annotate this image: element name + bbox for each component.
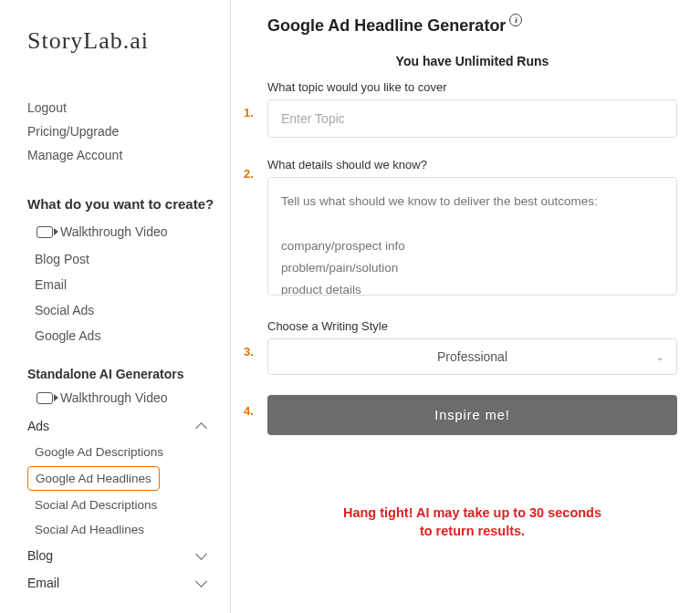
nav-manage-account[interactable]: Manage Account [27, 143, 230, 167]
ads-social-descriptions[interactable]: Social Ad Descriptions [27, 493, 230, 517]
style-select[interactable]: Professional ⌄ [267, 338, 677, 375]
chevron-down-icon [196, 577, 207, 588]
walkthrough-create[interactable]: Walkthrough Video [27, 221, 230, 246]
create-google-ads[interactable]: Google Ads [27, 323, 230, 348]
page-title: Google Ad Headline Generator i [267, 16, 677, 36]
ads-social-headlines[interactable]: Social Ad Headlines [27, 517, 230, 542]
accordion-label: Email [27, 576, 59, 590]
accordion-ads[interactable]: Ads [27, 412, 230, 440]
topic-label: What topic would you like to cover [267, 80, 677, 94]
style-label: Choose a Writing Style [267, 319, 677, 333]
video-icon [37, 392, 53, 404]
step-3: 3. [244, 345, 254, 358]
nav-logout[interactable]: Logout [27, 96, 230, 119]
ads-google-descriptions[interactable]: Google Ad Descriptions [27, 440, 230, 464]
wait-message: Hang tight! AI may take up to 30 seconds… [267, 504, 677, 541]
logo: StoryLab.ai [27, 27, 230, 55]
create-social-ads[interactable]: Social Ads [27, 297, 230, 323]
nav-pricing[interactable]: Pricing/Upgrade [27, 119, 230, 143]
walkthrough-label: Walkthrough Video [60, 224, 168, 239]
walkthrough-standalone[interactable]: Walkthrough Video [27, 387, 230, 412]
chevron-up-icon [196, 421, 207, 431]
step-2: 2. [244, 167, 254, 181]
info-icon[interactable]: i [509, 14, 522, 26]
ads-google-headlines[interactable]: Google Ad Headlines [27, 466, 160, 491]
details-label: What details should we know? [267, 158, 677, 171]
topic-input[interactable] [267, 99, 677, 138]
select-caret-icon: ⌄ [656, 352, 663, 362]
page-title-text: Google Ad Headline Generator [267, 16, 506, 36]
runs-banner: You have Unlimited Runs [267, 54, 677, 68]
video-icon [37, 226, 53, 238]
accordion-blog[interactable]: Blog [27, 542, 230, 569]
sidebar: StoryLab.ai Logout Pricing/Upgrade Manag… [0, 0, 231, 613]
standalone-heading: Standalone AI Generators [27, 367, 230, 381]
accordion-label: Ads [27, 419, 49, 433]
create-blog-post[interactable]: Blog Post [27, 246, 230, 272]
style-value: Professional [437, 349, 507, 364]
main-content: Google Ad Headline Generator i You have … [231, 0, 700, 613]
create-email[interactable]: Email [27, 272, 230, 297]
step-1: 1. [244, 106, 254, 119]
accordion-email[interactable]: Email [27, 569, 230, 597]
create-heading: What do you want to create? [27, 194, 230, 213]
step-4: 4. [244, 404, 254, 418]
chevron-down-icon [196, 550, 207, 561]
inspire-button[interactable]: Inspire me! [267, 395, 677, 435]
details-textarea[interactable] [267, 177, 677, 296]
accordion-label: Blog [27, 548, 53, 563]
walkthrough-label: Walkthrough Video [60, 390, 168, 405]
